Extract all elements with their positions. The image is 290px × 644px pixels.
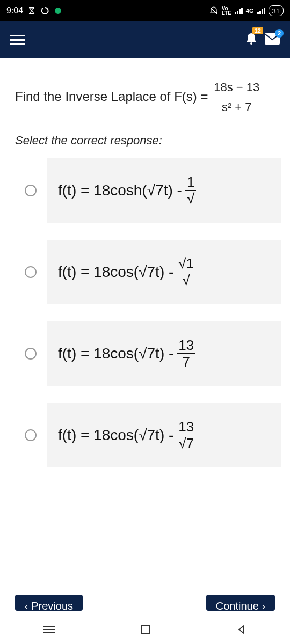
notifications-button[interactable]: 12: [244, 31, 259, 48]
menu-button[interactable]: [10, 35, 25, 45]
home-button[interactable]: [141, 625, 150, 634]
bottom-buttons: ‹ Previous Continue ›: [0, 595, 290, 611]
svg-point-4: [250, 42, 252, 45]
mail-badge: 2: [275, 29, 284, 38]
option-1-main: f(t) = 18cosh(√7t) -: [58, 182, 182, 199]
question-fraction: 18s − 13s² + 7: [212, 77, 262, 118]
option-2-box: f(t) = 18cos(√7t) - √1√: [47, 240, 281, 304]
option-3-box: f(t) = 18cos(√7t) - 137: [47, 321, 281, 386]
opt1-den: √: [185, 191, 196, 207]
opt3-num: 13: [177, 337, 195, 354]
radio-2[interactable]: [25, 266, 37, 278]
svg-point-2: [55, 8, 61, 14]
radio-4[interactable]: [25, 429, 37, 441]
instruction: Select the correct response:: [0, 123, 290, 153]
dot-icon: [54, 7, 62, 14]
option-1[interactable]: f(t) = 18cosh(√7t) - 1√: [9, 158, 281, 223]
option-2[interactable]: f(t) = 18cos(√7t) - √1√: [9, 240, 281, 304]
radio-1[interactable]: [25, 185, 37, 196]
status-bar: 9:04 VoLTE 4G 31: [0, 0, 290, 21]
app-header: 12 2: [0, 21, 290, 58]
notif-badge: 12: [252, 27, 263, 34]
question-prefix: Find the Inverse Laplace of F(s) =: [15, 89, 212, 104]
option-2-main: f(t) = 18cos(√7t) -: [58, 264, 173, 281]
previous-button[interactable]: ‹ Previous: [15, 595, 83, 611]
hourglass-icon: [27, 6, 36, 15]
messages-button[interactable]: 2: [264, 32, 280, 47]
battery-level: 31: [272, 7, 280, 15]
opt3-den: 7: [181, 354, 192, 370]
option-1-frac: 1√: [185, 174, 196, 207]
continue-button[interactable]: Continue ›: [206, 595, 275, 611]
recent-apps-button[interactable]: [43, 626, 55, 633]
refresh-icon: [40, 6, 50, 16]
next-label: Continue ›: [216, 600, 265, 611]
clock: 9:04: [6, 6, 23, 16]
frac-den: s² + 7: [220, 100, 254, 114]
opt1-num: 1: [185, 174, 196, 191]
option-1-box: f(t) = 18cosh(√7t) - 1√: [47, 158, 281, 223]
opt2-num: √1: [177, 255, 195, 272]
option-4[interactable]: f(t) = 18cos(√7t) - 13√7: [9, 403, 281, 467]
frac-num: 18s − 13: [212, 80, 262, 94]
back-button[interactable]: [236, 624, 247, 635]
option-3-frac: 137: [177, 337, 195, 370]
network-label: 4G: [246, 8, 254, 14]
content-area: Find the Inverse Laplace of F(s) = 18s −…: [0, 58, 290, 467]
android-nav-bar: [0, 614, 290, 644]
lte-text: LTE: [222, 10, 231, 16]
options-list: f(t) = 18cosh(√7t) - 1√ f(t) = 18cos(√7t…: [0, 153, 290, 467]
option-3-main: f(t) = 18cos(√7t) -: [58, 345, 173, 362]
signal-icon-2: [257, 8, 265, 14]
opt2-den: √: [181, 272, 192, 288]
option-3[interactable]: f(t) = 18cos(√7t) - 137: [9, 321, 281, 386]
header-actions: 12 2: [244, 31, 280, 48]
opt4-den: √7: [177, 435, 195, 451]
battery-icon: 31: [269, 5, 284, 16]
question-text: Find the Inverse Laplace of F(s) = 18s −…: [15, 89, 262, 104]
prev-label: ‹ Previous: [25, 600, 73, 611]
option-4-frac: 13√7: [177, 419, 195, 452]
signal-icon-1: [235, 8, 243, 14]
status-right: VoLTE 4G 31: [209, 5, 284, 16]
question: Find the Inverse Laplace of F(s) = 18s −…: [0, 58, 290, 123]
radio-3[interactable]: [25, 348, 37, 360]
opt4-num: 13: [177, 419, 195, 435]
status-left: 9:04: [6, 6, 62, 16]
alarm-mute-icon: [209, 6, 219, 16]
volte-icon: VoLTE: [222, 6, 231, 16]
option-2-frac: √1√: [177, 255, 195, 289]
option-4-box: f(t) = 18cos(√7t) - 13√7: [47, 403, 281, 467]
option-4-main: f(t) = 18cos(√7t) -: [58, 427, 173, 444]
